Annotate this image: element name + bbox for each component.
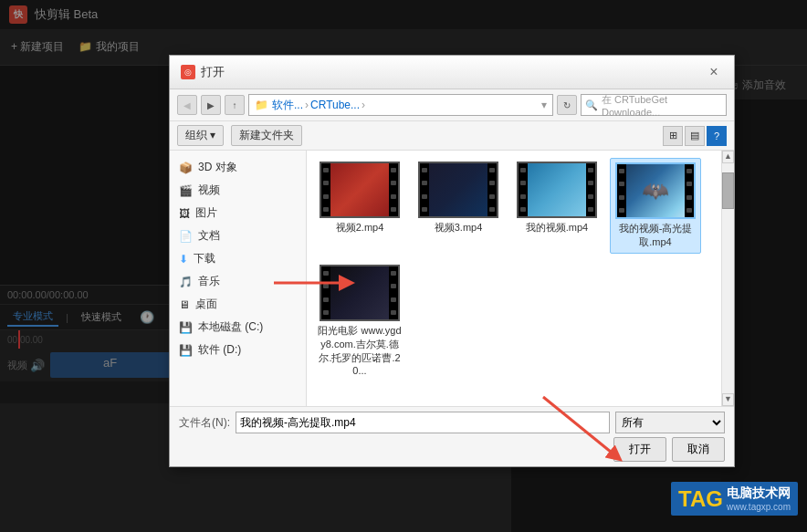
dialog-title-bar: ◎ 打开 ×: [170, 56, 734, 89]
images-icon: 🖼: [179, 207, 190, 220]
scroll-thumb[interactable]: [722, 172, 734, 209]
d-drive-icon: 💾: [179, 344, 193, 357]
tag-chinese: 电脑技术网: [727, 485, 791, 502]
search-box[interactable]: 🔍 在 CRTubeGet Downloade...: [581, 94, 727, 116]
dialog-scrollbar: ▲ ▼: [721, 151, 734, 406]
file-name-video3: 视频3.mp4: [435, 221, 483, 235]
file-item-my-video[interactable]: 我的视频.mp4: [511, 158, 603, 254]
view-toggle-button[interactable]: ⊞: [663, 126, 683, 146]
music-icon: 🎵: [179, 276, 193, 288]
svg-line-3: [543, 397, 616, 456]
file-thumb-video2: [320, 162, 400, 218]
sidebar-item-c-drive[interactable]: 💾 本地磁盘 (C:): [170, 316, 306, 339]
scroll-up-button[interactable]: ▲: [722, 151, 734, 163]
file-thumb-video3: [418, 162, 498, 218]
address-bar[interactable]: 📁 软件... › CRTube... › ▾: [248, 94, 553, 116]
file-thumb-my-video: [517, 162, 597, 218]
address-chevron[interactable]: ▾: [541, 99, 547, 111]
nav-forward-button[interactable]: ▶: [201, 95, 221, 115]
red-arrow-indicator-2: [539, 392, 630, 465]
nav-back-button[interactable]: ◀: [177, 95, 197, 115]
desktop-icon: 🖥: [179, 298, 190, 311]
files-outer: 视频2.mp4 视频3.mp4 我的视频.mp4: [307, 151, 734, 406]
tag-brand: TAG: [678, 486, 723, 512]
sidebar-item-3d[interactable]: 📦 3D 对象: [170, 156, 306, 179]
new-folder-button[interactable]: 新建文件夹: [231, 125, 302, 146]
3d-icon: 📦: [179, 162, 193, 174]
dialog-bottom: 文件名(N): 所有 打开 取消: [170, 406, 734, 466]
dialog-toolbar: 组织 ▾ 新建文件夹 ⊞ ▤ ?: [170, 121, 734, 151]
docs-icon: 📄: [179, 230, 193, 243]
dialog-title-label: 打开: [201, 64, 225, 80]
refresh-button[interactable]: ↻: [557, 95, 577, 115]
sidebar-item-d-drive[interactable]: 💾 软件 (D:): [170, 339, 306, 361]
nav-up-button[interactable]: ↑: [225, 95, 245, 115]
tag-url: www.tagxp.com: [727, 502, 791, 512]
file-name-my-video: 我的视频.mp4: [526, 221, 588, 235]
file-thumb-highlight: 🦇: [615, 162, 696, 219]
file-name-sunshine: 阳光电影 www.ygdy8.com.吉尔莫.德尔.托罗的匹诺曹.20...: [318, 324, 402, 376]
filetype-select[interactable]: 所有: [615, 412, 725, 433]
file-name-highlight: 我的视频-高光提取.mp4: [614, 222, 697, 249]
view-list-button[interactable]: ▤: [685, 126, 705, 146]
sidebar-item-docs[interactable]: 📄 文档: [170, 224, 306, 247]
dialog-action-row: 打开 取消: [179, 437, 725, 462]
search-icon: 🔍: [585, 99, 598, 111]
help-button[interactable]: ?: [707, 126, 727, 146]
c-drive-icon: 💾: [179, 321, 193, 334]
dialog-app-icon: ◎: [181, 65, 195, 79]
scroll-down-button[interactable]: ▼: [722, 393, 734, 406]
tag-watermark: TAG 电脑技术网 www.tagxp.com: [671, 482, 798, 516]
dialog-close-button[interactable]: ×: [705, 63, 723, 81]
file-item-highlight[interactable]: 🦇 我的视频-高光提取.mp4: [610, 158, 701, 254]
filename-label: 文件名(N):: [179, 415, 230, 431]
file-name-video2: 视频2.mp4: [336, 221, 384, 235]
file-open-dialog: ◎ 打开 × ◀ ▶ ↑ 📁 软件... › CRTube... › ▾ ↻ 🔍…: [169, 55, 735, 467]
dialog-body: 📦 3D 对象 🎬 视频 🖼 图片 📄 文档 ⬇ 下载 🎵 音乐: [170, 151, 734, 406]
search-prefix-label: 在 CRTubeGet Downloade...: [602, 93, 722, 118]
breadcrumb-1[interactable]: 软件...: [272, 98, 303, 113]
file-item-video3[interactable]: 视频3.mp4: [413, 158, 504, 254]
folder-icon: 📁: [255, 99, 268, 111]
downloads-icon: ⬇: [179, 253, 188, 266]
breadcrumb-2[interactable]: CRTube...: [310, 99, 360, 111]
organize-button[interactable]: 组织 ▾: [177, 125, 224, 146]
scroll-track: [722, 163, 734, 393]
file-item-video2[interactable]: 视频2.mp4: [314, 158, 405, 254]
dialog-nav: ◀ ▶ ↑ 📁 软件... › CRTube... › ▾ ↻ 🔍 在 CRTu…: [170, 89, 734, 121]
filename-row: 文件名(N): 所有: [179, 412, 725, 433]
video-icon: 🎬: [179, 184, 193, 197]
sidebar-item-video[interactable]: 🎬 视频: [170, 179, 306, 202]
sidebar-item-images[interactable]: 🖼 图片: [170, 202, 306, 224]
dialog-files: 视频2.mp4 视频3.mp4 我的视频.mp4: [307, 151, 721, 406]
cancel-button[interactable]: 取消: [672, 437, 725, 462]
red-arrow-indicator: [269, 256, 361, 310]
